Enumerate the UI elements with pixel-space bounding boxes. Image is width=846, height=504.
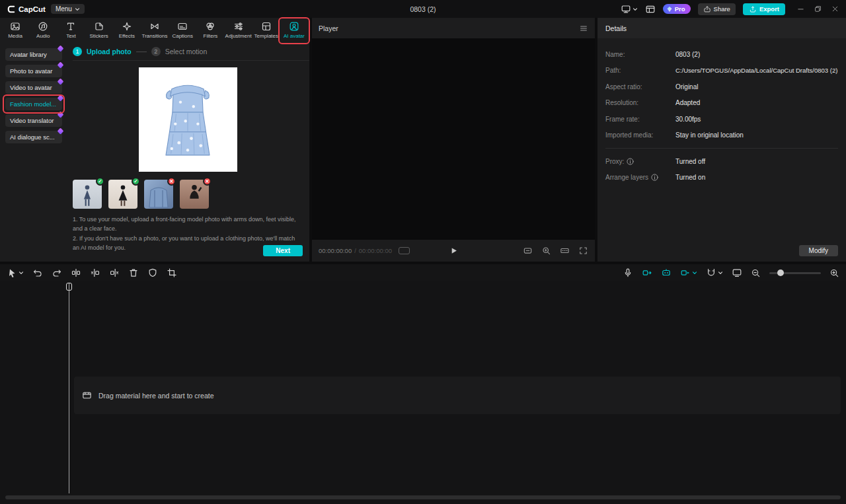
tab-adjustment[interactable]: Adjustment bbox=[225, 18, 252, 42]
letterbox-button[interactable] bbox=[560, 246, 570, 256]
tab-label: Templates bbox=[254, 33, 278, 39]
horizontal-scrollbar[interactable] bbox=[5, 495, 841, 499]
player-menu-icon[interactable] bbox=[579, 24, 588, 33]
detail-row-aspect-ratio: Aspect ratio: Original bbox=[605, 79, 838, 95]
redo-button[interactable] bbox=[52, 268, 62, 278]
menu-button[interactable]: Menu bbox=[51, 4, 85, 14]
example-thumb-clothing[interactable]: ✕ bbox=[144, 180, 173, 209]
undo-button[interactable] bbox=[32, 268, 43, 278]
tab-transitions[interactable]: Transitions bbox=[141, 18, 169, 42]
select-tool-button[interactable] bbox=[7, 268, 24, 278]
sidebar-item-fashion-model[interactable]: Fashion model... bbox=[5, 98, 62, 110]
templates-icon bbox=[261, 21, 272, 32]
zoom-out-button[interactable] bbox=[751, 268, 761, 278]
auto-attach-button[interactable] bbox=[680, 268, 697, 278]
detail-label: Imported media: bbox=[605, 131, 675, 139]
tab-effects[interactable]: Effects bbox=[113, 18, 141, 42]
tab-text[interactable]: Text bbox=[57, 18, 85, 42]
fullscreen-button[interactable] bbox=[578, 246, 588, 256]
preview-axis-button[interactable] bbox=[642, 268, 652, 278]
ai-assistant-button[interactable] bbox=[661, 268, 672, 278]
restore-button[interactable] bbox=[814, 5, 822, 13]
mask-button[interactable] bbox=[147, 268, 158, 278]
tab-label: Effects bbox=[119, 33, 135, 39]
upload-photo-panel: 1 Upload photo 2 Select motion bbox=[66, 42, 309, 262]
export-icon bbox=[749, 5, 757, 13]
example-thumb-model-3[interactable]: ✕ bbox=[180, 180, 209, 209]
avatar-sidebar: Avatar library Photo to avatar Video to … bbox=[0, 42, 66, 262]
detail-label: Path: bbox=[605, 67, 675, 74]
crop-button[interactable] bbox=[167, 268, 177, 278]
split-button[interactable] bbox=[71, 268, 81, 278]
detail-row-path: Path: C:/Users/TOPGUS/AppData/Local/CapC… bbox=[605, 63, 838, 79]
screen-display-button[interactable] bbox=[732, 268, 742, 278]
capcut-window: CapCut Menu 0803 (2) Pro Share bbox=[0, 0, 846, 504]
detail-value: Adapted bbox=[675, 99, 700, 106]
detail-value: Turned on bbox=[675, 174, 705, 181]
tab-label: Filters bbox=[204, 33, 218, 39]
step-2-circle: 2 bbox=[151, 47, 161, 56]
cross-badge-icon: ✕ bbox=[167, 177, 176, 186]
adjustment-icon bbox=[233, 21, 244, 32]
record-voiceover-button[interactable] bbox=[623, 268, 633, 278]
player-option-icon[interactable] bbox=[399, 247, 410, 254]
sticker-icon bbox=[94, 21, 104, 32]
sidebar-item-video-translator[interactable]: Video translator bbox=[5, 114, 62, 127]
zoom-slider-knob[interactable] bbox=[777, 270, 784, 276]
transitions-icon bbox=[149, 21, 160, 32]
play-icon bbox=[449, 246, 459, 256]
media-clip-icon bbox=[82, 390, 92, 400]
tab-templates[interactable]: Templates bbox=[252, 18, 280, 42]
detail-value: 0803 (2) bbox=[675, 51, 700, 58]
magnetic-timeline-button[interactable] bbox=[706, 268, 723, 278]
example-thumb-model-2[interactable]: ✓ bbox=[108, 180, 137, 209]
details-title: Details bbox=[597, 18, 846, 38]
close-button[interactable] bbox=[831, 5, 839, 13]
ratio-button[interactable] bbox=[523, 246, 533, 256]
filters-icon bbox=[205, 21, 215, 32]
panel-toggle-button[interactable] bbox=[645, 4, 656, 15]
divider bbox=[73, 60, 309, 61]
sidebar-item-ai-dialogue[interactable]: AI dialogue sc... bbox=[5, 131, 62, 143]
tab-captions[interactable]: Captions bbox=[169, 18, 196, 42]
minimize-button[interactable] bbox=[796, 5, 805, 13]
workspace-layout-button[interactable] bbox=[621, 4, 638, 15]
share-icon bbox=[703, 5, 711, 13]
pro-badge[interactable]: Pro bbox=[663, 4, 691, 14]
share-button[interactable]: Share bbox=[698, 3, 736, 15]
example-thumbnails: ✓ ✓ ✕ bbox=[73, 180, 303, 209]
tab-stickers[interactable]: Stickers bbox=[85, 18, 113, 42]
sidebar-item-avatar-library[interactable]: Avatar library bbox=[5, 48, 62, 61]
delete-left-button[interactable] bbox=[90, 268, 100, 278]
detail-row-imported-media: Imported media: Stay in original locatio… bbox=[605, 127, 838, 144]
tab-media[interactable]: Media bbox=[1, 18, 29, 42]
tab-filters[interactable]: Filters bbox=[196, 18, 224, 42]
chevron-down-icon bbox=[692, 270, 697, 275]
timeline-area[interactable]: Drag material here and start to create bbox=[0, 281, 846, 504]
example-thumb-model-1[interactable]: ✓ bbox=[73, 180, 102, 209]
zoom-in-button[interactable] bbox=[829, 268, 839, 278]
modify-button[interactable]: Modify bbox=[799, 245, 838, 256]
sidebar-item-video-to-avatar[interactable]: Video to avatar bbox=[5, 81, 62, 94]
tab-label: Media bbox=[8, 33, 22, 39]
main-track-dropzone[interactable]: Drag material here and start to create bbox=[74, 377, 841, 414]
play-button[interactable] bbox=[449, 246, 459, 256]
effects-icon bbox=[122, 21, 132, 32]
detail-row-name: Name: 0803 (2) bbox=[605, 46, 838, 63]
app-logo: CapCut bbox=[7, 5, 46, 14]
step-1-label: Upload photo bbox=[87, 48, 132, 55]
app-name: CapCut bbox=[19, 5, 46, 13]
delete-right-button[interactable] bbox=[109, 268, 120, 278]
zoom-fit-button[interactable] bbox=[541, 246, 551, 256]
export-button[interactable]: Export bbox=[743, 3, 785, 15]
timeline-zoom-slider[interactable] bbox=[769, 272, 821, 274]
tab-audio[interactable]: Audio bbox=[29, 18, 57, 42]
info-icon[interactable] bbox=[627, 158, 634, 165]
next-button[interactable]: Next bbox=[263, 245, 303, 256]
delete-button[interactable] bbox=[128, 268, 139, 278]
player-title: Player bbox=[319, 24, 338, 32]
text-icon bbox=[65, 21, 76, 32]
tab-ai-avatar[interactable]: AI avatar bbox=[280, 18, 308, 42]
info-icon[interactable] bbox=[651, 174, 658, 181]
sidebar-item-photo-to-avatar[interactable]: Photo to avatar bbox=[5, 65, 62, 77]
